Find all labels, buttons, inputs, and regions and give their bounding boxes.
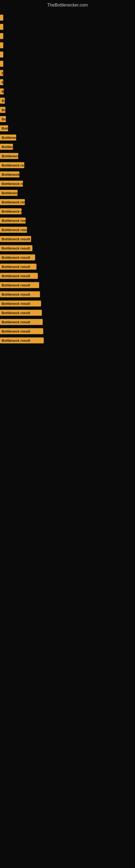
bar-item: Bottleneck result [0, 218, 26, 223]
bar-item: Bott [0, 98, 5, 104]
bar-item: Bottleneck result [0, 199, 25, 205]
bar-item: Bottleneck result [0, 273, 38, 279]
bar-row: Bottleneck result [0, 262, 135, 271]
bar-item: Bottleneck result [0, 282, 39, 288]
bar-row: Bott [0, 115, 135, 124]
bar-row: Bottleneck resul [0, 179, 135, 188]
bar-row: B [0, 78, 135, 87]
bar-item: Bottleneck result [0, 227, 27, 233]
bar-item: Bottleneck result [0, 310, 42, 316]
bar-item: Bottleneck resul [0, 181, 23, 187]
bar-row: Bottleneck result [0, 161, 135, 170]
bar-item [0, 14, 3, 21]
bar-item: Bottleneck re [0, 190, 17, 196]
bar-item [0, 52, 3, 58]
bar-row: Bottleneck result [0, 308, 135, 317]
bar-row: Bottleneck result [0, 244, 135, 253]
bar-item [0, 24, 3, 30]
bar-row [0, 41, 135, 50]
bars-container: BBBoBottBoBottBottleneBottleneck reBottl… [0, 13, 135, 345]
bar-item [0, 42, 3, 48]
bar-row: Bottleneck re [0, 188, 135, 197]
bar-item: Bottleneck result [0, 162, 24, 168]
bar-item: Bo [0, 107, 5, 113]
bar-row: Bottleneck [0, 142, 135, 151]
bar-row [0, 59, 135, 68]
bar-row: Bottleneck result [0, 317, 135, 327]
bar-item: Bottleneck result [0, 264, 37, 270]
bar-row: Bottleneck result [0, 253, 135, 262]
bar-row [0, 22, 135, 31]
bar-row: Bottleneck re [0, 133, 135, 142]
bar-row: Bottleneck result [0, 336, 135, 345]
bar-row: Bottleneck result [0, 290, 135, 299]
bar-row: Bottleneck result [0, 197, 135, 207]
bar-row: Bottleneck resu [0, 207, 135, 216]
bar-row: Bott [0, 96, 135, 105]
bar-item: Bottleneck res [0, 153, 18, 159]
bar-row: Bo [0, 105, 135, 115]
bar-item: B [0, 79, 3, 85]
bar-row: Bo [0, 87, 135, 96]
bar-row: Bottleneck res [0, 170, 135, 179]
bar-item: Bottleneck result [0, 301, 41, 307]
bar-row: B [0, 68, 135, 78]
bar-row: Bottlene [0, 124, 135, 133]
bar-item: Bottlene [0, 125, 8, 131]
bar-item [0, 33, 3, 39]
bar-item: Bottleneck [0, 144, 13, 150]
bar-row: Bottleneck result [0, 280, 135, 290]
bar-row: Bottleneck result [0, 299, 135, 308]
bar-item: Bottleneck result [0, 254, 35, 260]
site-title: TheBottlenecker.com [0, 0, 135, 13]
bar-row: Bottleneck res [0, 151, 135, 161]
bar-item: Bottleneck result [0, 319, 43, 325]
bar-row [0, 31, 135, 41]
bar-row: Bottleneck result [0, 327, 135, 336]
bar-item: B [0, 70, 3, 76]
bar-item [0, 61, 3, 67]
bar-item: Bott [0, 116, 6, 122]
bar-item: Bottleneck result [0, 291, 40, 297]
bar-item: Bo [0, 88, 4, 94]
bar-item: Bottleneck result [0, 236, 31, 242]
bar-item: Bottleneck result [0, 337, 44, 343]
bar-row [0, 50, 135, 59]
bar-item: Bottleneck res [0, 172, 19, 177]
bar-item: Bottleneck resu [0, 208, 21, 214]
bar-item: Bottleneck result [0, 245, 32, 251]
bar-row: Bottleneck result [0, 235, 135, 244]
bar-item: Bottleneck result [0, 328, 43, 334]
bar-item: Bottleneck re [0, 134, 16, 141]
bar-row: Bottleneck result [0, 225, 135, 235]
bar-row [0, 13, 135, 22]
bar-row: Bottleneck result [0, 271, 135, 280]
bar-row: Bottleneck result [0, 216, 135, 225]
